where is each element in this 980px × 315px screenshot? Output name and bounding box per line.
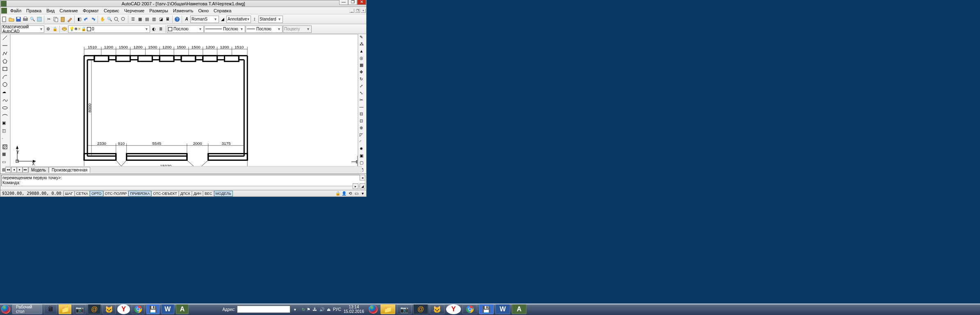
arc-icon[interactable] [2,73,9,81]
spline-icon[interactable] [2,97,9,104]
tray-lang[interactable]: РУС [333,307,341,312]
linetype-combo[interactable]: Послою▾ [204,25,245,33]
join-icon[interactable]: ⊕ [359,125,366,132]
tray-flag-icon[interactable]: ⚑ [307,307,310,312]
region-icon[interactable]: ▭ [2,159,9,167]
annotation-auto-icon[interactable]: ⟲ [347,191,353,196]
drawing-area[interactable]: 1510 1200 1500 1200 1500 1200 1500 1200 … [10,34,358,167]
match-props-icon[interactable] [66,16,73,23]
fillet-icon[interactable]: ◜ [359,139,366,146]
task-desktop[interactable]: Рабочий стол [12,304,42,314]
rotate-icon[interactable]: ↻ [359,76,366,83]
point-icon[interactable]: · [2,136,9,143]
rectangle-icon[interactable] [2,66,9,73]
menu-modify[interactable]: Изменить [171,7,196,14]
revcloud-icon[interactable]: ☁ [2,89,9,96]
toggle-polar[interactable]: ОТС-ПОЛЯР [103,191,129,196]
make-block-icon[interactable]: ◫ [2,128,9,135]
copy-obj-icon[interactable]: ⁂ [359,41,366,48]
ql-yandex-icon[interactable]: Y [117,304,130,314]
new-icon[interactable] [1,16,8,23]
menu-view[interactable]: Вид [44,7,57,14]
dim-style-combo[interactable]: Standard▾ [258,16,283,23]
plotstyle-combo[interactable]: Поцвету▾ [283,25,312,33]
construction-line-icon[interactable] [2,42,9,50]
menu-edit[interactable]: Правка [24,7,44,14]
sheet-set-icon[interactable]: ▥ [150,16,157,23]
hatch-icon[interactable] [2,144,9,151]
gradient-icon[interactable]: ▦ [2,151,9,159]
menu-tools[interactable]: Сервис [101,7,122,14]
clean-screen-icon[interactable]: ▭ [353,191,359,196]
toggle-ducs[interactable]: ДПСК [179,191,192,196]
ql-word-icon[interactable]: W [161,304,174,314]
tool-palettes-icon[interactable]: ▤ [144,16,150,23]
design-center-icon[interactable]: ▦ [137,16,143,23]
ql-showdesktop-icon[interactable]: 🖥 [44,304,57,314]
tray-usb-icon[interactable]: ⏏ [327,307,330,312]
layer-props-icon[interactable] [61,26,68,32]
break-icon[interactable]: ⊡ [359,118,366,125]
pan-icon[interactable]: ✋ [99,16,106,23]
address-input[interactable] [237,306,290,313]
layer-states-icon[interactable]: ≣ [157,26,164,32]
paste-icon[interactable] [59,16,66,23]
toggle-osnap[interactable]: ПРИВЯЗКА [128,191,151,196]
menu-draw[interactable]: Черчение [122,7,147,14]
drawing-canvas[interactable]: 1510 1200 1500 1200 1500 1200 1500 1200 … [11,34,358,167]
toggle-snap[interactable]: ШАГ [64,191,75,196]
draworder-back-icon[interactable]: ▢ [359,160,366,167]
workspace-settings-icon[interactable]: ⚙ [45,26,51,32]
maximize-button[interactable]: ❐ [348,0,357,5]
erase-icon[interactable]: ✎ [359,34,366,41]
cmd-scroll-right[interactable]: ▸ [353,183,358,189]
start-button[interactable] [0,304,11,315]
polyline-icon[interactable] [2,50,9,57]
extend-icon[interactable]: — [359,104,366,111]
ql-app1-icon[interactable]: 🐱 [103,304,116,314]
ql-camera-icon[interactable]: 📷 [73,304,86,314]
save-icon[interactable] [15,16,22,23]
line-icon[interactable] [2,34,9,42]
polygon-icon[interactable] [2,58,9,65]
tab-model[interactable]: Модель [28,167,49,173]
cmd-scroll-left[interactable]: ◂ [360,175,365,180]
ql2-yandex-icon[interactable]: Y [446,304,461,314]
block-editor-icon[interactable]: ◧ [76,16,82,23]
cmd-resize-grip[interactable]: ◢ [360,183,365,189]
tray-arrow-icon[interactable]: ▾ [360,191,365,196]
chamfer-icon[interactable]: ◸ [359,132,366,139]
insert-block-icon[interactable]: ▣ [2,120,9,128]
print-icon[interactable] [22,16,29,23]
layer-combo[interactable]: 💡 ❄ ☀ 🔒 0 ▾ [68,25,150,33]
toggle-lwt[interactable]: ВЕС [203,191,214,196]
quickcalc-icon[interactable]: 🖩 [164,16,171,23]
tray-volume-icon[interactable]: 🔊 [319,307,324,312]
redo-icon[interactable] [90,16,96,23]
command-text-area[interactable]: перемещением первую точку>: Команда: [1,175,365,186]
address-refresh-icon[interactable]: ↻ [300,306,307,313]
draworder-front-icon[interactable]: ▣ [359,153,366,160]
ellipse-icon[interactable] [2,105,9,112]
menu-help[interactable]: Справка [211,7,234,14]
explode-icon[interactable]: ✸ [359,146,366,153]
text-style-combo[interactable]: RomanS▾ [190,16,219,23]
move-icon[interactable]: ✥ [359,69,366,76]
menu-file[interactable]: Файл [8,7,24,14]
ql-save-icon[interactable]: 💾 [146,304,160,314]
ql-autocad-icon[interactable]: A [176,304,189,314]
lineweight-combo[interactable]: Послою▾ [246,25,283,33]
tab-next-button[interactable]: ▸ [17,167,23,173]
offset-icon[interactable]: ◎ [359,55,366,62]
copy-icon[interactable] [52,16,59,23]
toggle-dyn[interactable]: ДИН [192,191,203,196]
mdi-restore-button[interactable]: ❐ [355,9,360,13]
minimize-button[interactable]: — [339,0,348,5]
cut-icon[interactable]: ✂ [46,16,52,23]
toggle-otrack[interactable]: ОТС-ОБЪЕКТ [151,191,178,196]
ql-explorer-icon[interactable]: 📁 [59,304,72,314]
dim-style-icon[interactable]: ⟟ [251,16,258,23]
ql2-save-icon[interactable]: 💾 [479,304,494,314]
menu-format[interactable]: Формат [80,7,101,14]
ql2-word-icon[interactable]: W [495,304,510,314]
